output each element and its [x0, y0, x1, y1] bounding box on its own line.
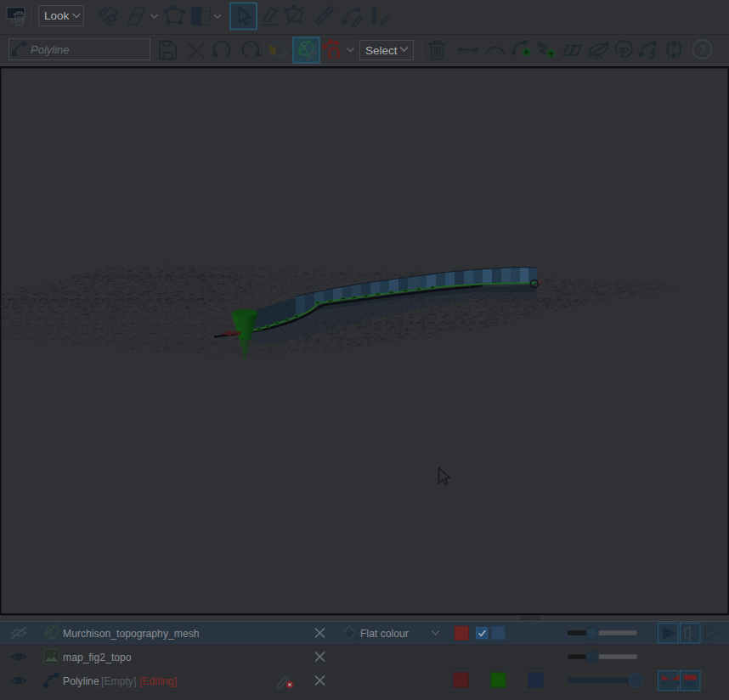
svg-text:Look: Look: [44, 9, 70, 22]
svg-text:Polyline: Polyline: [31, 43, 70, 56]
svg-text:?: ?: [699, 42, 707, 56]
svg-text:Polyline: Polyline: [63, 675, 99, 687]
svg-text:map_fig2_topo: map_fig2_topo: [63, 652, 132, 663]
svg-text:Select: Select: [365, 44, 398, 57]
svg-text:3D: 3D: [619, 46, 630, 54]
svg-text:[Editing]: [Editing]: [139, 675, 177, 687]
svg-text:[Empty]: [Empty]: [101, 675, 136, 687]
svg-text:Flat colour: Flat colour: [360, 628, 409, 640]
svg-text:Murchison_topography_mesh: Murchison_topography_mesh: [63, 628, 200, 640]
